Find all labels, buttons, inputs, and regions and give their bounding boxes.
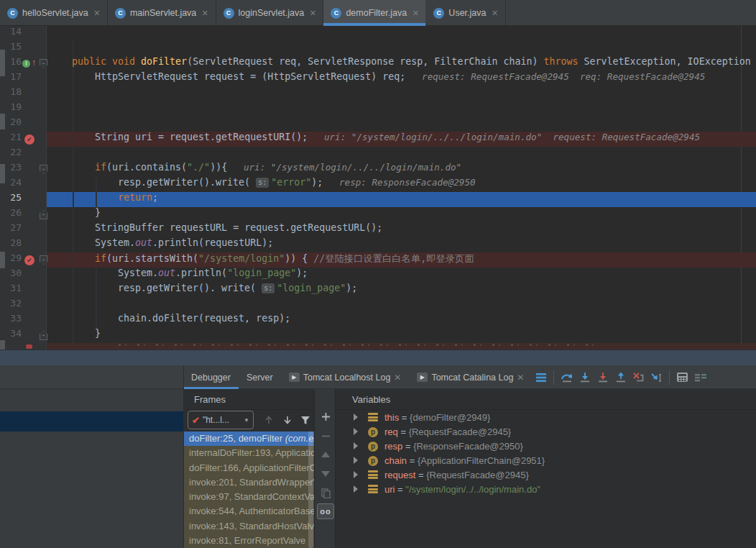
editor-tab-mainServlet.java[interactable]: CmainServlet.java× (108, 0, 216, 26)
filter-frames-icon[interactable] (298, 411, 313, 429)
expand-arrow-icon[interactable] (354, 457, 358, 464)
indent-guide (96, 177, 97, 207)
debug-tab-Tomcat Catalina Log[interactable]: ▶Tomcat Catalina Log✕ (409, 365, 532, 389)
tab-label: User.java (448, 8, 486, 18)
frame-up-button[interactable] (262, 411, 276, 429)
code-editor[interactable]: 141516I↑-public void doFilter(ServletReq… (0, 26, 756, 350)
override-arrow-icon[interactable]: ↑ (32, 58, 36, 68)
code-text: resp.getWriter(). write( s:"login_page")… (118, 283, 357, 298)
debug-tab-Server[interactable]: Server (239, 365, 281, 389)
fold-marker[interactable]: - (40, 165, 47, 174)
parameter-icon: p (368, 427, 378, 437)
code-line-34: 34-} (0, 328, 756, 343)
class-icon: C (7, 8, 18, 19)
line-number: 25 (0, 192, 22, 207)
close-icon[interactable]: × (310, 7, 315, 19)
drop-frame-icon[interactable] (632, 370, 646, 385)
move-up-button[interactable] (315, 452, 336, 457)
step-out-icon[interactable] (614, 370, 628, 385)
class-icon: C (115, 8, 126, 19)
close-icon[interactable]: × (202, 7, 208, 19)
expand-arrow-icon[interactable] (354, 428, 358, 435)
code-text: if(uri.startsWith("/system/login")) { //… (95, 252, 474, 268)
run-to-cursor-icon[interactable] (650, 370, 664, 385)
parameter-icon: p (368, 442, 378, 452)
expand-arrow-icon[interactable] (354, 414, 358, 421)
frame-row[interactable]: doFilter:25, demoFilter (com.example. (184, 431, 314, 446)
selection-bar (0, 411, 183, 431)
expand-arrow-icon[interactable] (354, 485, 358, 493)
expand-arrow-icon[interactable] (354, 471, 358, 478)
variable-row-uri[interactable]: uri = "/system/login/../../login/main.do… (336, 483, 756, 497)
add-watch-button[interactable] (315, 412, 336, 421)
frame-row[interactable]: invoke:143, StandardHostValve (184, 519, 314, 534)
fold-marker[interactable]: - (40, 59, 47, 68)
force-step-into-icon[interactable] (596, 370, 610, 385)
gutter-mark (0, 340, 5, 350)
editor-tab-demoFilter.java[interactable]: CdemoFilter.java× (323, 0, 426, 26)
step-over-icon[interactable] (560, 370, 574, 385)
breakpoint-icon[interactable]: ✔ (24, 255, 34, 265)
equals-sign: = (407, 455, 418, 466)
gutter-mark (0, 252, 5, 268)
step-into-icon[interactable] (578, 370, 592, 385)
variable-value: "/system/login/../../login/main.do" (405, 484, 540, 495)
divider (184, 409, 314, 410)
variable-row-req[interactable]: preq = {RequestFacade@2945} (336, 425, 756, 439)
line-number: 14 (0, 26, 22, 41)
equals-sign: = (399, 412, 410, 423)
frame-text: doFilter:166, ApplicationFilterChain (189, 462, 314, 473)
editor-tab-User.java[interactable]: CUser.java× (426, 0, 505, 26)
variable-row-resp[interactable]: presp = {ResponseFacade@2950} (336, 439, 756, 454)
close-icon[interactable]: ✕ (517, 373, 524, 383)
variable-row-request[interactable]: request = {RequestFacade@2945} (336, 468, 756, 483)
move-down-button[interactable] (315, 471, 336, 477)
editor-tab-helloServlet.java[interactable]: ChelloServlet.java× (0, 0, 108, 26)
debug-tab-Debugger[interactable]: Debugger (183, 365, 239, 389)
frame-row[interactable]: invoke:201, StandardWrapperValve (184, 475, 314, 490)
hamburger-icon[interactable] (534, 370, 548, 385)
implementing-method-icon[interactable]: I (22, 60, 30, 68)
fold-marker[interactable]: - (40, 210, 47, 219)
code-line-28: 28System.out.println(requestURL); (0, 237, 756, 252)
remove-watch-button[interactable] (315, 431, 336, 441)
watches-toggle-button[interactable]: oo (317, 503, 334, 519)
editor-tab-loginServlet.java[interactable]: CloginServlet.java× (216, 0, 324, 26)
evaluate-icon[interactable] (676, 370, 690, 385)
code-text: return; (118, 192, 158, 207)
code-text: System.out.println(requestURL); (95, 237, 273, 252)
duplicate-button[interactable] (315, 488, 336, 498)
close-icon[interactable]: × (412, 7, 418, 19)
console-icon: ▶ (289, 373, 300, 382)
frame-row[interactable]: doFilter:166, ApplicationFilterChain (184, 461, 314, 475)
frames-scrollbar[interactable] (308, 431, 313, 548)
frame-text: invoke:97, StandardContextValve (189, 491, 314, 502)
debugger-inline-hint: resp: ResponseFacade@2950 (323, 177, 475, 188)
layout-icon[interactable] (693, 370, 708, 385)
tab-label: loginServlet.java (239, 8, 305, 18)
thread-selector[interactable]: ✔ "ht...l... ▼ (188, 411, 254, 429)
close-icon[interactable]: × (492, 7, 497, 19)
toolbar-separator (553, 370, 554, 385)
variable-row-this[interactable]: this = {demoFilter@2949} (336, 411, 756, 425)
expand-arrow-icon[interactable] (354, 442, 358, 449)
panel-splitter[interactable] (0, 350, 756, 365)
line-number: 30 (0, 268, 22, 283)
frame-row[interactable]: invoke:544, AuthenticatorBase (184, 504, 314, 519)
code-text: if(uri.contains("./")){ uri: "/system/lo… (95, 162, 461, 177)
debug-tab-Tomcat Localhost Log[interactable]: ▶Tomcat Localhost Log✕ (281, 365, 410, 389)
close-icon[interactable]: × (94, 7, 100, 19)
frame-down-button[interactable] (280, 411, 295, 429)
editor-tab-bar: ChelloServlet.java×CmainServlet.java×Clo… (0, 0, 756, 26)
code-line-27: 27StringBuffer requestURL = request.getR… (0, 222, 756, 237)
code-text: public void doFilter(ServletRequest req,… (72, 56, 756, 71)
breakpoint-icon[interactable]: ✔ (24, 134, 34, 145)
fold-marker[interactable]: - (40, 331, 47, 340)
variable-row-chain[interactable]: pchain = {ApplicationFilterChain@2951} (336, 454, 756, 468)
code-line-26: 26-} (0, 207, 756, 222)
frame-row[interactable]: invoke:97, StandardContextValve (184, 490, 314, 504)
frame-row[interactable]: internalDoFilter:193, ApplicationFilterC… (184, 446, 314, 460)
close-icon[interactable]: ✕ (394, 373, 401, 383)
code-text: chain.doFilter(request, resp); (118, 313, 290, 328)
frame-row[interactable]: invoke:81, ErrorReportValve (184, 534, 314, 548)
